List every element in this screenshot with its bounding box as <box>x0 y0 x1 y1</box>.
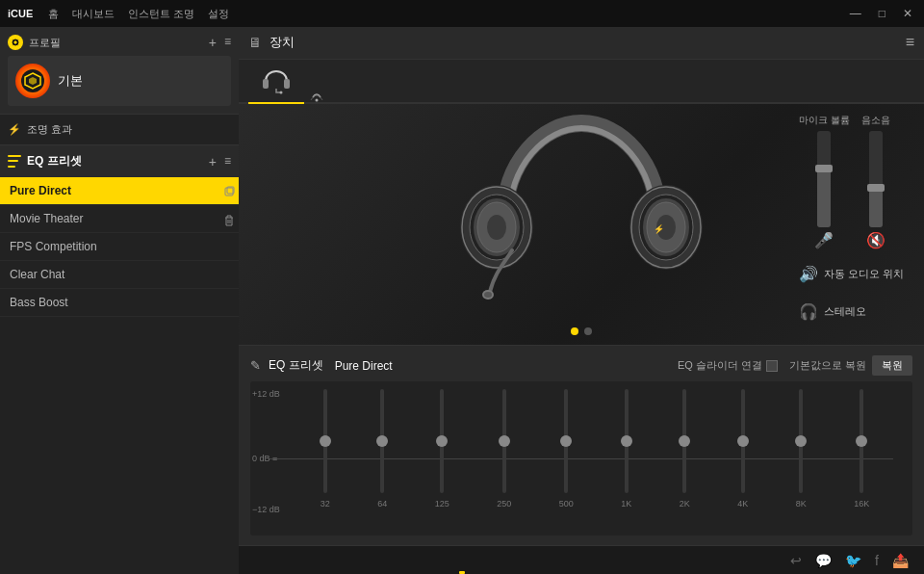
eq-band-2k-track[interactable] <box>682 389 686 493</box>
profile-card: 기본 <box>8 56 231 106</box>
profile-section: 프로필 + ≡ 기본 <box>0 27 239 115</box>
mute-volume-control: 음소음 🔇 <box>861 114 890 249</box>
eq-band-500-track[interactable] <box>564 389 568 493</box>
eq-band-16k-thumb[interactable] <box>856 435 867 447</box>
main-layout: 프로필 + ≡ 기본 <box>0 27 924 574</box>
svg-point-24 <box>484 292 492 298</box>
eq-band-125: 125 <box>435 389 449 509</box>
share-icon[interactable]: 📤 <box>892 553 909 568</box>
nav-home[interactable]: 홈 <box>48 7 59 21</box>
eq-slider-checkbox[interactable] <box>766 360 778 372</box>
svg-rect-3 <box>263 79 269 89</box>
eq-band-125-thumb[interactable] <box>436 435 448 447</box>
eq-add-button[interactable]: + <box>209 154 217 170</box>
mic-volume-track[interactable] <box>817 131 831 227</box>
twitter-icon[interactable]: 🐦 <box>845 553 861 568</box>
eq-band-1k-track[interactable] <box>625 389 629 493</box>
eq-section: EQ 프리셋 + ≡ Pure Di <box>0 145 239 574</box>
nav-lighting[interactable]: 인스턴트 조명 <box>128 7 194 21</box>
stereo-row: 🎧 스테레오 <box>799 299 914 325</box>
eq-band-2k-thumb[interactable] <box>679 435 690 447</box>
profile-header: 프로필 + ≡ <box>8 35 231 50</box>
eq-band-125-track[interactable] <box>440 389 444 493</box>
eq-band-250-track[interactable] <box>502 389 506 493</box>
dot-1[interactable] <box>571 327 578 335</box>
maximize-button[interactable]: □ <box>875 7 889 20</box>
device-tab-headset[interactable] <box>248 62 304 104</box>
minimize-button[interactable]: — <box>846 7 865 20</box>
mute-label: 음소음 <box>861 114 890 127</box>
auto-switch-row: 🔊 자동 오디오 위치 <box>799 261 914 287</box>
eq-reset-label: 기본값으로 복원 <box>789 358 866 373</box>
eq-band-64-track[interactable] <box>380 389 384 493</box>
preset-copy-icon[interactable] <box>223 177 235 206</box>
profile-menu-button[interactable]: ≡ <box>224 35 231 50</box>
preset-fps-competition[interactable]: FPS Competition <box>0 233 239 261</box>
eq-band-32-track[interactable] <box>323 389 327 493</box>
eq-band-64-thumb[interactable] <box>376 435 388 447</box>
nav-dashboard[interactable]: 대시보드 <box>72 7 115 21</box>
eq-band-4k-label: 4K <box>737 499 748 509</box>
eq-band-1k-thumb[interactable] <box>621 435 632 447</box>
preset-delete-icon[interactable] <box>223 206 235 235</box>
eq-band-16k-track[interactable] <box>860 389 863 493</box>
svg-rect-1 <box>225 188 233 196</box>
eq-band-2k-label: 2K <box>680 499 690 509</box>
svg-rect-4 <box>284 79 290 89</box>
mute-track[interactable] <box>869 131 883 227</box>
eq-slider-link-row: EQ 슬라이더 연결 <box>678 358 778 373</box>
chat-icon[interactable]: 💬 <box>815 553 832 568</box>
device-bar-left: 🖥 장치 <box>248 34 295 51</box>
eq-band-32-thumb[interactable] <box>320 435 331 447</box>
mute-fill <box>869 189 883 227</box>
device-title: 장치 <box>270 34 295 51</box>
headset-svg: ⚡ <box>447 104 716 345</box>
profile-name: 기본 <box>58 72 83 90</box>
device-menu-button[interactable]: ≡ <box>906 34 914 51</box>
eq-bars-icon <box>8 155 21 169</box>
svg-point-6 <box>316 99 319 102</box>
eq-menu-button[interactable]: ≡ <box>224 154 231 170</box>
preset-clear-chat[interactable]: Clear Chat <box>0 261 239 289</box>
eq-band-64: 64 <box>377 389 387 509</box>
mic-icon: 🎤 <box>814 231 834 249</box>
eq-band-250-thumb[interactable] <box>499 435 510 447</box>
eq-band-4k-track[interactable] <box>741 389 745 493</box>
lightning-icon: ⚡ <box>8 123 21 136</box>
mic-volume-control: 마이크 볼륨 🎤 <box>799 114 850 249</box>
eq-band-1k-label: 1K <box>621 499 631 509</box>
preset-bass-boost[interactable]: Bass Boost <box>0 289 239 317</box>
bottom-bar: ↩ 💬 🐦 f 📤 <box>239 545 924 574</box>
eq-band-4k-thumb[interactable] <box>737 435 749 447</box>
auto-switch-label: 자동 오디오 위치 <box>824 267 904 281</box>
eq-panel: ✎ EQ 프리셋 Pure Direct EQ 슬라이더 연결 기본값으로 복원… <box>239 345 924 545</box>
wireless-icon <box>310 89 323 102</box>
eq-reset-button[interactable]: 복원 <box>872 355 912 376</box>
dot-2[interactable] <box>584 327 592 335</box>
eq-band-250-label: 250 <box>497 499 511 509</box>
preset-pure-direct[interactable]: Pure Direct <box>0 177 239 205</box>
preset-movie-theater[interactable]: Movie Theater <box>0 205 239 233</box>
eq-band-4k: 4K <box>737 389 748 509</box>
eq-band-8k-track[interactable] <box>799 389 803 493</box>
close-button[interactable]: ✕ <box>899 7 916 20</box>
nav-settings[interactable]: 설정 <box>208 7 229 21</box>
mute-thumb[interactable] <box>867 184 885 192</box>
eq-band-500-label: 500 <box>559 499 574 509</box>
eq-preset-list: Pure Direct Movie Theater FPS Competitio… <box>0 177 239 574</box>
profile-add-button[interactable]: + <box>209 35 217 50</box>
reply-icon[interactable]: ↩ <box>790 553 802 568</box>
eq-title-row: ✎ EQ 프리셋 Pure Direct <box>250 357 393 374</box>
eq-preset-header: EQ 프리셋 + ≡ <box>0 145 239 177</box>
mic-volume-thumb[interactable] <box>815 165 833 172</box>
device-tabs <box>239 60 924 105</box>
facebook-icon[interactable]: f <box>875 553 879 568</box>
device-bar: 🖥 장치 ≡ <box>239 27 924 60</box>
eq-band-16k: 16K <box>854 389 869 509</box>
svg-point-5 <box>280 91 283 94</box>
eq-band-8k-thumb[interactable] <box>795 435 807 447</box>
lighting-header: ⚡ 조명 효과 <box>8 122 231 137</box>
eq-band-500-thumb[interactable] <box>560 435 572 447</box>
eq-bands: 32 64 <box>270 389 893 509</box>
lighting-section: ⚡ 조명 효과 <box>0 115 239 145</box>
